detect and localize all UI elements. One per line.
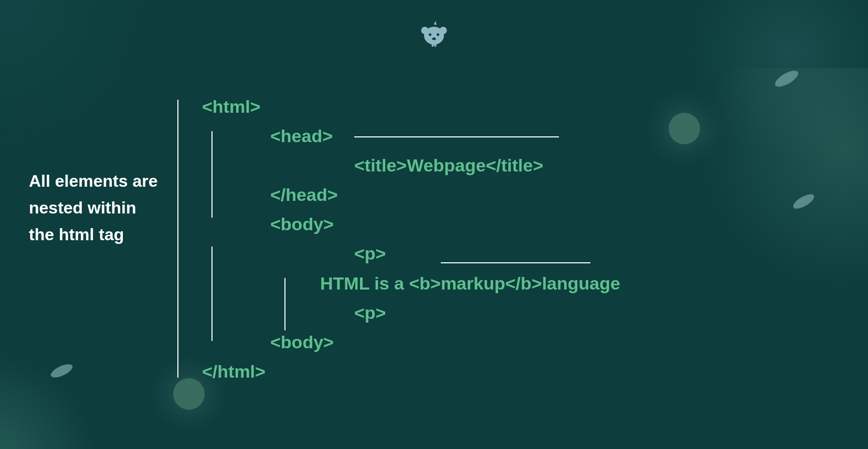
code-line-content: HTML is a <b>markup</b>language bbox=[202, 269, 620, 298]
svg-point-5 bbox=[429, 34, 431, 36]
code-line-head-open: <head> bbox=[202, 121, 620, 151]
code-line-p-open: <p> bbox=[202, 239, 620, 268]
caption-text: All elements are nested within the html … bbox=[29, 168, 165, 249]
code-line-body-close: <body> bbox=[202, 327, 620, 357]
code-line-html-close: </html> bbox=[202, 357, 620, 386]
decorative-dot bbox=[173, 378, 205, 410]
code-line-p-close: <p> bbox=[202, 298, 620, 327]
svg-point-7 bbox=[432, 38, 436, 40]
code-line-title: <title>Webpage</title> bbox=[202, 151, 620, 180]
svg-point-1 bbox=[421, 27, 429, 34]
svg-rect-3 bbox=[432, 42, 434, 47]
svg-point-6 bbox=[437, 34, 439, 36]
decorative-blob bbox=[0, 0, 157, 157]
svg-rect-4 bbox=[435, 42, 437, 47]
bracket-line bbox=[177, 100, 178, 378]
code-line-body-open: <body> bbox=[202, 209, 620, 239]
code-line-html-open: <html> bbox=[202, 92, 620, 121]
decorative-dot bbox=[669, 113, 700, 144]
svg-point-2 bbox=[440, 27, 447, 34]
decorative-speckle bbox=[658, 68, 868, 330]
decorative-speckle bbox=[0, 318, 131, 449]
mascot-logo-icon bbox=[420, 21, 449, 52]
code-line-head-close: </head> bbox=[202, 180, 620, 209]
html-code-diagram: <html> <head> <title>Webpage</title> </h… bbox=[202, 92, 620, 386]
